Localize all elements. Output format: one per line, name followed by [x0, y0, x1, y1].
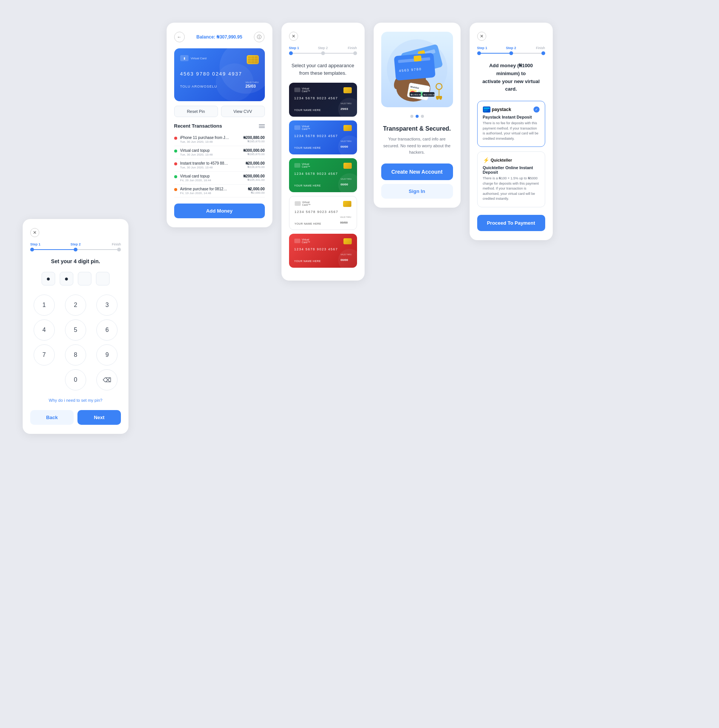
add-money-button[interactable]: Add Money — [174, 204, 265, 218]
pin-digit-4 — [96, 272, 110, 285]
finish-label: Finish — [91, 242, 121, 246]
svg-point-19 — [439, 97, 442, 100]
proceed-to-payment-button[interactable]: Proceed To Payment — [477, 215, 545, 231]
txn-name: Virtual card topup — [180, 148, 213, 153]
finish-dot — [353, 51, 357, 55]
quickteller-option-desc: There is a ₦100 + 1.5% up to ₦5000 charg… — [483, 176, 540, 202]
card-expiry: 00/00 — [340, 183, 348, 186]
table-row: Airtime purchase for 08124477... Fri, 19… — [174, 185, 265, 197]
transactions-title: Recent Transactions — [174, 123, 222, 129]
card-template-red[interactable]: VirtualCard™ 1234 5678 9023 4567 YOUR NA… — [289, 234, 357, 268]
close-button[interactable]: ✕ — [289, 32, 298, 41]
close-button[interactable]: ✕ — [477, 32, 486, 41]
expiry-label: VALID THRU — [340, 140, 351, 142]
pin-panel: ✕ Step 1 Step 2 Finish Set your 4 digit … — [23, 219, 128, 434]
card-type-text: VirtualCard™ — [302, 87, 310, 93]
txn-date: Fri, 26 Jun 2020, 18:44 — [180, 179, 211, 182]
svg-rect-14 — [413, 56, 421, 62]
txn-name: Instant transfer to 4579 8869... — [180, 161, 229, 165]
txn-name: Airtime purchase for 08124477... — [180, 187, 229, 191]
payment-panel: ✕ Step 1 Step 2 Finish Add money (₦1000 … — [470, 23, 553, 240]
txn-status-dot — [174, 175, 177, 178]
finish-dot — [117, 248, 121, 251]
txn-date: Tue, 30 Jun 2020, 13:48 — [180, 153, 213, 156]
card-type-icon: ▮ — [180, 55, 189, 61]
numpad-6[interactable]: 6 — [96, 319, 118, 341]
card-number: 4563 9780 0249 4937 — [180, 71, 259, 77]
txn-amount: ₦300,000.00 — [243, 148, 264, 153]
view-cvv-button[interactable]: View CVV — [221, 106, 265, 117]
table-row: Instant transfer to 4579 8869... Tue, 30… — [174, 159, 265, 172]
svg-rect-32 — [484, 110, 488, 110]
sign-in-button[interactable]: Sign In — [381, 184, 453, 199]
card-icon — [295, 201, 301, 206]
paystack-icon — [483, 106, 490, 113]
card-holder-name: TOLU AROWOSELU — [180, 85, 217, 88]
numpad-5[interactable]: 5 — [65, 319, 86, 341]
numpad-8[interactable]: 8 — [65, 344, 86, 366]
menu-icon[interactable] — [259, 124, 265, 128]
card-number: 1234 5678 9023 4567 — [294, 172, 352, 176]
chip-icon — [343, 125, 352, 131]
card-actions: Reset Pin View CVV — [174, 106, 265, 117]
back-button[interactable]: ← — [174, 32, 185, 42]
onboarding-panel: 9123 4567 8901 4563 9780 — [374, 23, 461, 208]
numpad-3[interactable]: 3 — [96, 295, 118, 316]
card-icon — [294, 125, 300, 130]
numpad-9[interactable]: 9 — [96, 344, 118, 366]
next-button[interactable]: Next — [77, 410, 121, 425]
pin-input-display — [30, 272, 121, 285]
numpad-0[interactable]: 0 — [65, 369, 86, 390]
card-expiry: 00/00 — [340, 258, 348, 262]
numpad-4[interactable]: 4 — [34, 319, 55, 341]
svg-text:₦4,459.99: ₦4,459.99 — [411, 94, 421, 96]
step1-line — [481, 53, 509, 54]
paystack-logo: paystack — [483, 106, 511, 113]
payment-title: Add money (₦1000 minimum) toactivate you… — [477, 62, 545, 93]
card-number: 1234 5678 9023 4567 — [295, 210, 351, 214]
info-button[interactable]: ⓘ — [254, 32, 264, 42]
numpad-7[interactable]: 7 — [34, 344, 55, 366]
quickteller-option[interactable]: ⚡ Quickteller Quickteller Online Instant… — [477, 151, 545, 207]
card-label: ▮ Virtual Card — [180, 55, 207, 61]
numpad-delete[interactable]: ⌫ — [96, 369, 118, 390]
back-button[interactable]: Back — [30, 410, 74, 425]
paystack-option[interactable]: paystack ✓ Paystack Instant Deposit Ther… — [477, 101, 545, 147]
card-template-green[interactable]: VirtualCard™ 1234 5678 9023 4567 YOUR NA… — [289, 158, 357, 192]
card-template-white[interactable]: VirtualCard™ 1234 5678 9023 4567 YOUR NA… — [289, 196, 357, 230]
card-template-blue[interactable]: VirtualCard™ 1234 5678 9023 4567 YOUR NA… — [289, 120, 357, 154]
pin-digit-2 — [60, 272, 73, 285]
onboard-description: Your transactions, card info are secured… — [381, 136, 453, 156]
close-button[interactable]: ✕ — [30, 228, 39, 237]
expiry-label: VALID THRU — [340, 102, 351, 105]
svg-text:₦32,000.00: ₦32,000.00 — [424, 94, 435, 96]
step-indicator: Step 1 Step 2 Finish — [289, 46, 357, 55]
txn-balance: ₦285,870.00 — [243, 153, 264, 156]
card-template-black[interactable]: VirtualCard™ 1234 5678 9023 4567 YOUR NA… — [289, 83, 357, 117]
card-holder: YOUR NAME HERE — [294, 260, 321, 262]
step1-label: Step 1 — [30, 242, 60, 246]
hand-card-illustration: 9123 4567 8901 4563 9780 — [383, 34, 451, 105]
why-pin-link[interactable]: Why do i need to set my pin? — [30, 398, 121, 403]
step2-line — [513, 53, 541, 54]
step1-label: Step 1 — [477, 46, 500, 50]
card-number: 1234 5678 9023 4567 — [294, 247, 352, 251]
txn-date: Tue, 30 Jun 2020, 13:48 — [180, 166, 229, 169]
dot-3 — [421, 115, 424, 118]
txn-status-dot — [174, 188, 177, 191]
card-expiry: 25/03 — [340, 107, 348, 111]
step-indicator: Step 1 Step 2 Finish — [30, 242, 121, 251]
numpad-1[interactable]: 1 — [34, 295, 55, 316]
svg-point-18 — [436, 97, 439, 100]
txn-name: iPhone 11 purchase from Jumia — [180, 136, 229, 140]
txn-amount: ₦200,880.00 — [243, 136, 264, 140]
reset-pin-button[interactable]: Reset Pin — [174, 106, 218, 117]
chip-icon — [343, 87, 352, 93]
finish-label: Finish — [334, 46, 357, 50]
table-row: Virtual card topup Fri, 26 Jun 2020, 18:… — [174, 172, 265, 185]
create-account-button[interactable]: Create New Account — [381, 163, 453, 180]
dot-2 — [416, 115, 419, 118]
txn-name: Virtual card topup — [180, 174, 211, 178]
numpad-2[interactable]: 2 — [65, 295, 86, 316]
step2-dot — [74, 248, 77, 251]
